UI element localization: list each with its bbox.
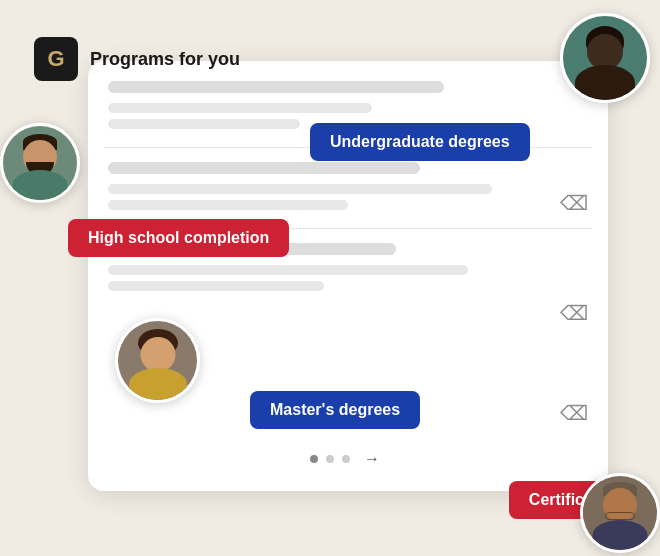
avatar-man-1	[0, 123, 80, 203]
undergraduate-badge[interactable]: Undergraduate degrees	[310, 123, 530, 161]
section-1-sub-2	[108, 119, 300, 129]
logo-text: G	[47, 46, 64, 72]
bookmark-icon-3[interactable]: ⌫	[560, 401, 588, 425]
pagination-dot-3[interactable]	[342, 455, 350, 463]
head	[603, 488, 637, 522]
section-3-sub-2	[108, 281, 324, 291]
pagination: →	[310, 445, 386, 473]
section-2-sub-1	[108, 184, 492, 194]
pagination-dot-1[interactable]	[310, 455, 318, 463]
avatar-young-1-image	[118, 321, 197, 400]
section-1-sub-1	[108, 103, 372, 113]
high-school-badge[interactable]: High school completion	[68, 219, 289, 257]
avatar-man-1-image	[3, 126, 77, 200]
glasses	[605, 512, 635, 520]
app-container: G Programs for you ⌫ ⌫ ⌫	[20, 23, 640, 533]
avatar-man-2	[580, 473, 660, 553]
pagination-next-button[interactable]: →	[358, 445, 386, 473]
avatar-young-1	[115, 318, 200, 403]
body	[129, 368, 187, 400]
section-2-sub-2	[108, 200, 348, 210]
header: G Programs for you	[34, 37, 240, 81]
masters-badge[interactable]: Master's degrees	[250, 391, 420, 429]
head	[140, 337, 175, 372]
avatar-man-2-image	[583, 476, 657, 550]
page-title: Programs for you	[90, 49, 240, 70]
avatar-woman-1-image	[563, 16, 647, 100]
arrow-label: →	[364, 450, 380, 468]
pagination-dot-2[interactable]	[326, 455, 334, 463]
avatar-woman-1	[560, 13, 650, 103]
body	[575, 65, 635, 100]
section-1-title-bar	[108, 81, 444, 93]
body	[593, 520, 648, 550]
section-3-sub-1	[108, 265, 468, 275]
logo: G	[34, 37, 78, 81]
body	[13, 170, 68, 200]
section-2-title-bar	[108, 162, 420, 174]
